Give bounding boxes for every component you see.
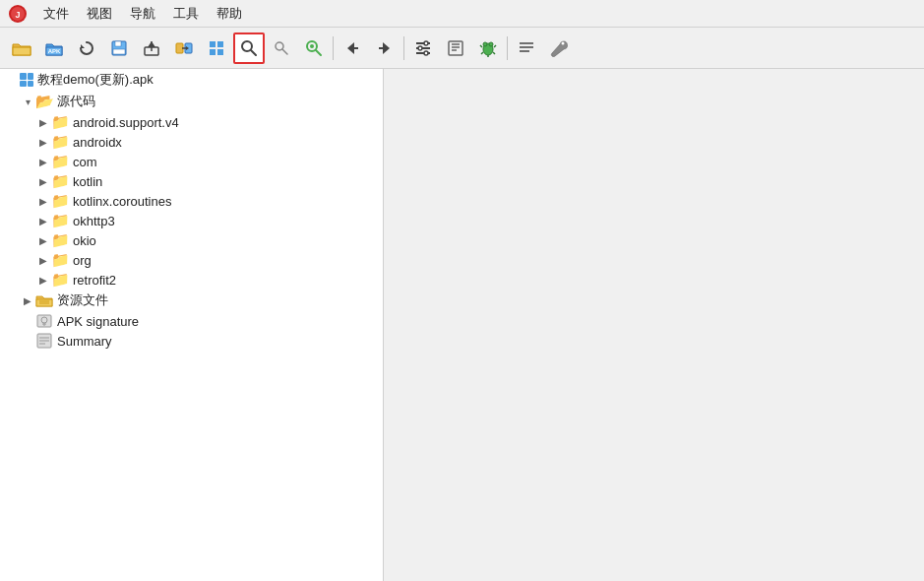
source-folder-icon: 📂: [35, 94, 53, 109]
androidx-folder-icon: 📁: [51, 134, 69, 150]
debug-button[interactable]: [472, 32, 504, 64]
settings-advanced-button[interactable]: [407, 32, 439, 64]
com-arrow: ▶: [35, 157, 51, 167]
resources-label: 资源文件: [57, 291, 108, 309]
kotlin-folder-icon: 📁: [51, 173, 69, 189]
source-label: 源代码: [57, 93, 95, 110]
tree-item-source[interactable]: ▾ 📂 源代码: [0, 91, 383, 112]
svg-rect-40: [449, 41, 462, 55]
svg-marker-30: [347, 42, 354, 54]
okio-arrow: ▶: [35, 235, 51, 246]
svg-point-46: [489, 42, 493, 46]
svg-line-28: [316, 50, 321, 55]
toolbar: APK: [0, 28, 924, 69]
androidx-arrow: ▶: [35, 137, 51, 148]
menubar: J 文件 视图 导航 工具 帮助: [0, 0, 924, 28]
svg-point-39: [424, 51, 428, 55]
summary-label: Summary: [57, 334, 112, 349]
refresh-button[interactable]: [71, 32, 102, 64]
tree-item-retrofit2[interactable]: ▶ 📁 retrofit2: [0, 270, 383, 290]
tree-root-apk[interactable]: 教程demo(更新).apk: [0, 69, 383, 91]
okhttp3-arrow: ▶: [35, 216, 51, 226]
tree-item-okhttp3[interactable]: ▶ 📁 okhttp3: [0, 211, 383, 230]
svg-line-48: [494, 45, 496, 47]
retrofit2-folder-icon: 📁: [51, 272, 69, 288]
decompile-button[interactable]: [440, 32, 471, 64]
svg-rect-19: [210, 41, 216, 47]
open-folder-button[interactable]: [6, 32, 37, 64]
support-folder-icon: 📁: [51, 114, 69, 130]
file-tree: 教程demo(更新).apk ▾ 📂 源代码 ▶ 📁 android.suppo…: [0, 69, 384, 581]
svg-line-50: [493, 52, 495, 54]
org-folder-icon: 📁: [51, 252, 69, 268]
svg-rect-22: [217, 49, 223, 55]
tree-item-com[interactable]: ▶ 📁 com: [0, 152, 383, 171]
org-arrow: ▶: [35, 255, 51, 266]
okhttp3-folder-icon: 📁: [51, 213, 69, 228]
content-panel: [384, 69, 924, 581]
svg-rect-21: [210, 49, 216, 55]
kotlin-arrow: ▶: [35, 176, 51, 187]
signature-icon: [35, 313, 53, 329]
tree-item-support[interactable]: ▶ 📁 android.support.v4: [0, 112, 383, 132]
retrofit2-label: retrofit2: [73, 273, 116, 288]
tree-item-resources[interactable]: ▶ 资源文件: [0, 290, 383, 311]
tree-item-org[interactable]: ▶ 📁 org: [0, 250, 383, 270]
support-arrow: ▶: [35, 117, 51, 128]
org-label: org: [73, 253, 92, 268]
separator-2: [403, 36, 404, 60]
svg-marker-14: [148, 41, 155, 47]
search-small-button[interactable]: [266, 32, 297, 64]
separator-3: [507, 36, 508, 60]
retrofit2-arrow: ▶: [35, 275, 51, 286]
back-button[interactable]: [337, 32, 368, 64]
source-arrow: ▾: [20, 97, 35, 107]
kotlinx-arrow: ▶: [35, 196, 51, 207]
okhttp3-label: okhttp3: [73, 214, 115, 228]
open-apk-button[interactable]: APK: [38, 32, 70, 64]
svg-point-55: [562, 41, 565, 44]
menu-help[interactable]: 帮助: [209, 3, 250, 25]
export-button[interactable]: [136, 32, 167, 64]
grid-button[interactable]: [201, 32, 232, 64]
tree-item-androidx[interactable]: ▶ 📁 androidx: [0, 132, 383, 152]
search-button[interactable]: [233, 32, 265, 64]
save-button[interactable]: [103, 32, 135, 64]
menu-navigate[interactable]: 导航: [122, 3, 163, 25]
svg-rect-11: [113, 49, 125, 54]
tree-item-kotlin[interactable]: ▶ 📁 kotlin: [0, 171, 383, 191]
svg-marker-8: [81, 44, 85, 48]
tree-item-kotlinx[interactable]: ▶ 📁 kotlinx.coroutines: [0, 191, 383, 211]
resources-folder-icon: [35, 292, 53, 308]
tree-item-signature[interactable]: ▶ APK signature: [0, 311, 383, 331]
scan-button[interactable]: [298, 32, 330, 64]
svg-point-45: [483, 42, 487, 46]
svg-point-37: [424, 41, 428, 45]
okio-label: okio: [73, 233, 96, 248]
svg-rect-4: [13, 47, 31, 55]
svg-line-26: [282, 49, 287, 54]
svg-text:APK: APK: [48, 48, 61, 54]
menu-view[interactable]: 视图: [79, 3, 120, 25]
svg-rect-57: [36, 299, 52, 306]
svg-point-29: [310, 44, 314, 48]
separator-1: [333, 36, 334, 60]
svg-rect-10: [115, 41, 121, 46]
svg-point-38: [418, 46, 422, 50]
signature-label: APK signature: [57, 314, 139, 329]
svg-line-47: [480, 45, 482, 47]
text-view-button[interactable]: [511, 32, 542, 64]
menu-file[interactable]: 文件: [35, 3, 77, 25]
main-content: 教程demo(更新).apk ▾ 📂 源代码 ▶ 📁 android.suppo…: [0, 69, 924, 581]
tree-item-okio[interactable]: ▶ 📁 okio: [0, 230, 383, 250]
forward-button[interactable]: [369, 32, 400, 64]
svg-marker-32: [383, 42, 390, 54]
summary-icon: [35, 333, 53, 349]
svg-rect-20: [217, 41, 223, 47]
wrench-button[interactable]: [543, 32, 575, 64]
kotlinx-label: kotlinx.coroutines: [73, 194, 171, 209]
menu-tools[interactable]: 工具: [165, 3, 207, 25]
compare-button[interactable]: [168, 32, 200, 64]
tree-item-summary[interactable]: ▶ Summary: [0, 331, 383, 351]
apk-grid-icon: [20, 73, 33, 87]
